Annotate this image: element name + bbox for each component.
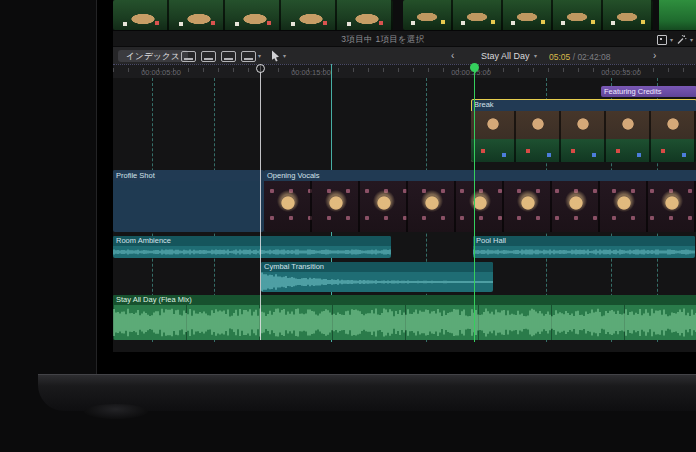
skimmer-head-icon	[256, 64, 265, 73]
clip-label: Profile Shot	[113, 170, 264, 181]
selection-status-text: 3項目中 1項目を選択	[113, 34, 653, 46]
macbook-photo: 3項目中 1項目を選択 ▾ ▾ インデックス	[0, 0, 696, 452]
timeline-ruler[interactable]: 00:00:05:00 00:00:15:00 00:00:25:00 00:0…	[113, 64, 696, 79]
timeline-tracks: Featuring Credits Break Profile Shot Ope…	[113, 78, 696, 352]
clip-break-selected[interactable]: Break	[471, 99, 696, 162]
clip-label: Opening Vocals	[264, 170, 696, 181]
timecode-display: 05:05 / 02:42:08	[549, 52, 610, 62]
audio-waveform	[113, 305, 696, 340]
clip-label: Featuring Credits	[601, 86, 696, 96]
previous-project-button[interactable]: ‹	[451, 50, 454, 62]
clip-label: Break	[471, 99, 696, 111]
transform-icon[interactable]	[657, 35, 667, 45]
clip-room-ambience[interactable]: Room Ambience	[113, 236, 391, 258]
viewer-tools: ▾ ▾	[657, 34, 693, 45]
macbook-screen: 3項目中 1項目を選択 ▾ ▾ インデックス	[96, 0, 696, 374]
clip-appearance-icon-3[interactable]	[221, 51, 236, 62]
clip-filmstrip	[264, 181, 696, 232]
chevron-down-icon[interactable]: ▾	[258, 53, 261, 59]
ruler-tick-label: 00:00:05:00	[126, 68, 196, 77]
audio-waveform	[113, 246, 391, 258]
next-project-button[interactable]: ›	[653, 50, 656, 62]
timecode-total: 02:42:08	[577, 52, 610, 62]
index-button[interactable]: インデックス	[118, 50, 188, 62]
clip-label: Stay All Day (Flea Mix)	[113, 295, 696, 305]
chevron-down-icon[interactable]: ▾	[690, 37, 693, 43]
clip-appearance-icon-4[interactable]	[241, 51, 256, 62]
ruler-tick-label: 00:00:15:00	[276, 68, 346, 77]
macbook-foot	[84, 404, 148, 419]
select-tool-pointer-icon[interactable]	[271, 50, 280, 62]
timecode-current: 05:05	[549, 52, 570, 62]
ruler-tick-label: 00:00:35:00	[586, 68, 656, 77]
browser-clip-thumbnail-1[interactable]	[113, 0, 393, 30]
clip-featuring-credits[interactable]: Featuring Credits	[601, 86, 696, 97]
timeline-toolbar: インデックス ▾ ▾ ‹ Stay All Day ▾ 05:05 / 02:4…	[113, 46, 696, 66]
clip-label: Room Ambience	[113, 236, 391, 246]
enhancements-wand-icon[interactable]	[676, 34, 687, 45]
skimmer-line	[260, 64, 261, 340]
clip-opening-vocals[interactable]: Opening Vocals	[264, 170, 696, 232]
chevron-down-icon[interactable]: ▾	[283, 53, 286, 59]
chevron-down-icon[interactable]: ▾	[534, 53, 537, 59]
clip-appearance-icon-2[interactable]	[201, 51, 216, 62]
clip-appearance-icon-1[interactable]	[181, 51, 196, 62]
chevron-down-icon[interactable]: ▾	[670, 37, 673, 43]
audio-waveform	[261, 272, 493, 292]
fcp-window: 3項目中 1項目を選択 ▾ ▾ インデックス	[113, 0, 696, 352]
playhead-head-icon[interactable]	[470, 63, 479, 72]
clip-label: Pool Hall	[473, 236, 695, 246]
clip-pool-hall[interactable]: Pool Hall	[473, 236, 695, 258]
clip-filmstrip	[113, 181, 264, 232]
browser-status-bar: 3項目中 1項目を選択 ▾ ▾	[113, 30, 696, 47]
audio-waveform	[473, 246, 695, 258]
browser-strip-row	[113, 0, 696, 30]
clip-stay-all-day-music[interactable]: Stay All Day (Flea Mix)	[113, 295, 696, 340]
clip-label: Cymbal Transition	[261, 262, 493, 272]
browser-clip-thumbnail-2[interactable]	[403, 0, 653, 30]
clip-filmstrip	[471, 111, 696, 162]
project-name[interactable]: Stay All Day	[481, 51, 530, 61]
clip-cymbal-transition[interactable]: Cymbal Transition	[261, 262, 493, 292]
playhead-line[interactable]	[474, 64, 475, 342]
clip-profile-shot[interactable]: Profile Shot	[113, 170, 264, 232]
viewer-preview	[659, 0, 696, 30]
